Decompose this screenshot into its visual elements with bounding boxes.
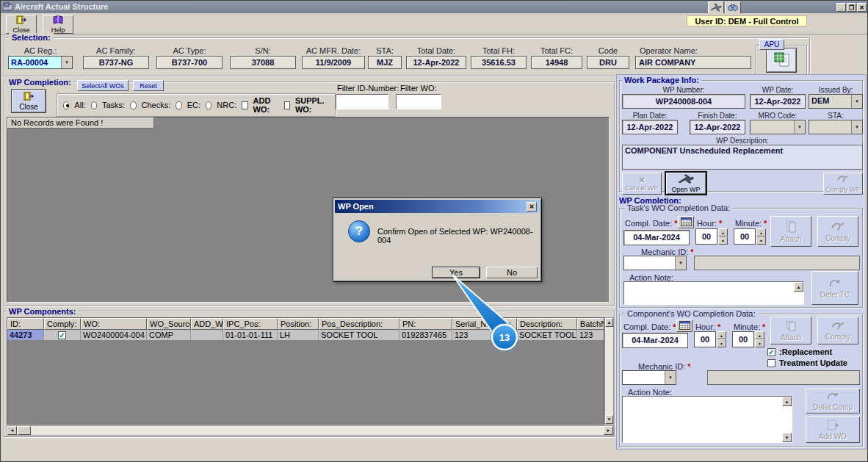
- spin-up-icon[interactable]: ▲: [756, 228, 766, 237]
- cell-description[interactable]: SOCKET TOOL: [517, 330, 577, 340]
- spin-up-icon[interactable]: ▲: [718, 228, 728, 237]
- minimize-button[interactable]: _: [836, 3, 846, 12]
- comply-checkbox-checked[interactable]: ✓: [58, 331, 66, 339]
- export-excel-button[interactable]: [766, 48, 797, 73]
- cell-pos-description[interactable]: SOCKET TOOL: [319, 330, 399, 340]
- table-row[interactable]: 44273 ✓ WO2400004-004 COMP 01-01-01-111 …: [7, 330, 604, 340]
- col-wo-source[interactable]: WO_Source:: [147, 318, 191, 330]
- reset-button[interactable]: Reset: [133, 80, 164, 91]
- comp-defer-button[interactable]: Defer Comp: [806, 389, 860, 414]
- comp-attach-button[interactable]: Attach: [770, 317, 811, 344]
- cell-wo[interactable]: WO2400004-004: [81, 330, 147, 340]
- col-pos-description[interactable]: Pos_Description:: [319, 318, 399, 330]
- task-minute-value[interactable]: 00: [734, 228, 756, 245]
- task-minute-spinner[interactable]: 00 ▲▼: [734, 228, 766, 245]
- radio-nrc[interactable]: [206, 101, 211, 109]
- task-attach-button[interactable]: Attach: [770, 216, 811, 247]
- scroll-right-icon[interactable]: ►: [604, 426, 613, 435]
- task-mechanic-combo[interactable]: ▼: [623, 256, 687, 270]
- task-hour-spinner[interactable]: 00 ▲▼: [695, 228, 728, 245]
- cell-wo-source[interactable]: COMP: [147, 330, 191, 340]
- cell-comply[interactable]: ✓: [44, 330, 81, 340]
- col-pn[interactable]: PN:: [399, 318, 452, 330]
- spin-down-icon[interactable]: ▼: [717, 339, 726, 347]
- select-all-wos-button[interactable]: SelectAll WOs: [77, 80, 129, 91]
- comp-minute-spinner[interactable]: 00 ▲▼: [732, 331, 764, 347]
- toolbar-help-button[interactable]: Help: [43, 15, 73, 34]
- filter-wo-input[interactable]: [396, 94, 441, 109]
- scroll-down-icon[interactable]: ▼: [605, 415, 613, 424]
- spin-up-icon[interactable]: ▲: [755, 331, 764, 339]
- cell-batch-number[interactable]: 123: [577, 330, 604, 340]
- spin-down-icon[interactable]: ▼: [756, 237, 766, 245]
- restore-button[interactable]: ❐: [847, 3, 856, 12]
- task-defer-button[interactable]: Defer TC: [811, 271, 858, 305]
- comply-wp-button[interactable]: Comply WP: [823, 173, 863, 195]
- treatment-checkbox[interactable]: [767, 359, 775, 367]
- ac-reg-combo[interactable]: RA-00004 ▼: [8, 56, 73, 69]
- apu-button[interactable]: APU: [759, 39, 784, 50]
- radio-checks[interactable]: [130, 101, 136, 109]
- issued-by-combo[interactable]: DEM ▼: [809, 94, 863, 109]
- cell-pn[interactable]: 0192837465: [399, 330, 452, 340]
- chevron-down-icon[interactable]: ▼: [851, 120, 862, 134]
- scroll-up-icon[interactable]: ▲: [794, 282, 803, 292]
- col-comply[interactable]: Comply:: [44, 318, 81, 330]
- comp-action-note-input[interactable]: ▲ ▼: [622, 396, 792, 443]
- add-wo-checkbox[interactable]: [242, 101, 247, 109]
- spin-down-icon[interactable]: ▼: [718, 237, 728, 245]
- cancel-wp-button[interactable]: × Cancel WP: [622, 173, 662, 195]
- col-position[interactable]: Position:: [278, 318, 319, 330]
- chevron-down-icon[interactable]: ▼: [675, 256, 686, 270]
- cell-id[interactable]: 44273: [7, 330, 44, 340]
- suppl-wo-checkbox[interactable]: [284, 101, 290, 109]
- cell-position[interactable]: LH: [278, 330, 319, 340]
- col-id[interactable]: ID:: [7, 318, 44, 330]
- spin-down-icon[interactable]: ▼: [755, 339, 764, 347]
- scroll-left-icon[interactable]: ◄: [7, 426, 17, 435]
- task-action-note-input[interactable]: ▲: [623, 281, 804, 305]
- chevron-down-icon[interactable]: ▼: [794, 120, 805, 134]
- cell-serial-number[interactable]: 123: [452, 330, 517, 340]
- wpi-sta-combo[interactable]: ▼: [809, 120, 863, 134]
- task-comply-button[interactable]: Comply: [817, 216, 858, 247]
- chevron-down-icon[interactable]: ▼: [61, 57, 72, 68]
- dialog-no-button[interactable]: No: [486, 267, 538, 278]
- cell-ipc-pos[interactable]: 01-01-01-111: [223, 330, 278, 340]
- scroll-down-icon[interactable]: ▼: [782, 433, 792, 442]
- mro-code-combo[interactable]: ▼: [750, 120, 806, 134]
- comp-minute-value[interactable]: 00: [732, 331, 754, 347]
- filter-id-input[interactable]: [336, 94, 388, 109]
- col-add-wo[interactable]: ADD_WO:: [191, 318, 223, 330]
- col-batch-number[interactable]: BatchNumber:: [577, 318, 604, 330]
- open-wp-button[interactable]: Open WP: [665, 171, 707, 195]
- col-description[interactable]: Description:: [517, 318, 577, 330]
- table-vscrollbar[interactable]: ▲ ▼: [604, 317, 614, 425]
- scroll-up-icon[interactable]: ▲: [782, 397, 792, 406]
- comp-compl-date-value[interactable]: 04-Mar-2024: [622, 333, 688, 348]
- radio-all[interactable]: [63, 101, 69, 109]
- col-serial-number[interactable]: Serial_Number:: [452, 318, 517, 330]
- task-compl-date-value[interactable]: 04-Mar-2024: [623, 230, 690, 245]
- radio-tasks[interactable]: [91, 101, 97, 109]
- hscroll-thumb[interactable]: [18, 426, 31, 435]
- spin-up-icon[interactable]: ▲: [717, 331, 726, 339]
- col-ipc-pos[interactable]: IPC_Pos:: [223, 318, 278, 330]
- dialog-close-button[interactable]: ✕: [527, 202, 537, 212]
- comp-hour-spinner[interactable]: 00 ▲▼: [694, 331, 726, 347]
- add-wo-button[interactable]: Add WO: [806, 416, 860, 443]
- comp-calendar-button[interactable]: [676, 320, 692, 332]
- dialog-title-bar[interactable]: WP Open ✕: [335, 200, 540, 213]
- dialog-yes-button[interactable]: Yes: [432, 267, 480, 278]
- scroll-up-icon[interactable]: ▲: [605, 318, 613, 327]
- comp-hour-value[interactable]: 00: [694, 331, 716, 347]
- replacement-checkbox[interactable]: ✓: [767, 348, 775, 356]
- table-hscrollbar[interactable]: ◄ ►: [7, 425, 614, 436]
- close-window-button[interactable]: ✕: [857, 3, 867, 12]
- col-wo[interactable]: WO:: [81, 318, 147, 330]
- task-hour-value[interactable]: 00: [695, 228, 717, 245]
- task-calendar-button[interactable]: [678, 216, 694, 228]
- comp-comply-button[interactable]: Comply: [817, 317, 858, 344]
- cell-add-wo[interactable]: [191, 330, 223, 340]
- wp-completion-close-button[interactable]: Close: [11, 89, 46, 113]
